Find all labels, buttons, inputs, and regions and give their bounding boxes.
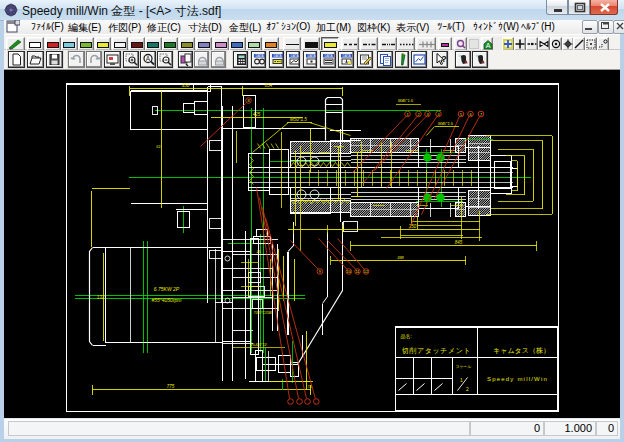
svg-text:DATA: DATA	[255, 54, 264, 58]
svg-text:350: 350	[182, 83, 190, 88]
svg-text:スケール: スケール	[456, 365, 472, 369]
svg-text:DATA: DATA	[307, 54, 316, 58]
svg-text:10: 10	[347, 269, 352, 274]
svg-text:51: 51	[156, 144, 160, 149]
svg-text:キャムタス（株）: キャムタス（株）	[493, 347, 550, 355]
svg-text:2: 2	[466, 386, 469, 392]
svg-text:854: 854	[265, 83, 273, 88]
svg-text:6.75KW 2P: 6.75KW 2P	[154, 286, 180, 292]
svg-text:切削アタッチメント: 切削アタッチメント	[402, 347, 472, 355]
svg-text:12: 12	[364, 269, 369, 274]
svg-text:品名:: 品名:	[401, 333, 412, 339]
svg-text:25: 25	[255, 250, 261, 254]
svg-text:#55*4050rpm: #55*4050rpm	[151, 297, 181, 303]
svg-text:DATA: DATA	[324, 54, 333, 58]
svg-text:DATA: DATA	[342, 54, 351, 58]
svg-text:?: ?	[441, 54, 447, 64]
svg-text:7007C/DB: 7007C/DB	[253, 310, 272, 315]
svg-text:M50*1.5: M50*1.5	[290, 117, 307, 122]
svg-text:M45*1.5: M45*1.5	[438, 121, 454, 126]
svg-text:A: A	[486, 42, 491, 49]
svg-text:M45*1.5: M45*1.5	[398, 98, 414, 103]
svg-text:A: A	[146, 55, 151, 62]
svg-text:132: 132	[97, 295, 105, 300]
svg-text:845: 845	[455, 240, 463, 245]
svg-text:Speedy mill/Win: Speedy mill/Win	[487, 376, 548, 382]
svg-text:DATA: DATA	[273, 54, 282, 58]
svg-text:775: 775	[167, 384, 175, 389]
svg-text:425: 425	[253, 112, 261, 117]
svg-text:1: 1	[460, 377, 463, 383]
svg-text:DATA: DATA	[290, 54, 299, 58]
svg-text:25-6.5*12: 25-6.5*12	[249, 343, 267, 347]
svg-text:388: 388	[397, 255, 404, 260]
